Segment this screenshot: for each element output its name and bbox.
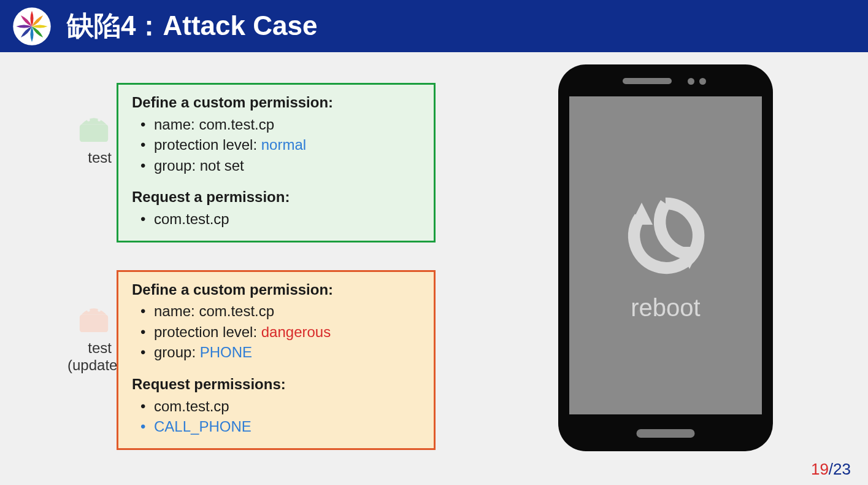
android-icon [76,114,112,144]
page-total: 23 [833,460,851,478]
phone-earpiece [623,78,672,84]
phone-frame: reboot [558,64,773,451]
request-item-1: com.test.cp [140,396,420,417]
slide-title: 缺陷4：Attack Case [67,8,317,44]
request-item: com.test.cp [140,209,420,230]
reboot-icon [620,190,712,282]
permission-box-updated: Define a custom permission: name: com.te… [117,270,436,450]
perm-group-row: group: not set [140,155,420,176]
app-block-updated: test (updated) Define a custom permissio… [67,270,497,450]
svg-point-2 [87,118,90,122]
app-label: test [67,83,117,166]
android-icon-faded [76,304,112,335]
phone-screen-text: reboot [631,294,700,322]
protection-normal: normal [261,136,306,153]
perm-protection-row-2: protection level: dangerous [140,322,420,343]
page-separator: / [829,460,833,478]
app-block-test: test Define a custom permission: name: c… [67,83,497,243]
request-heading: Request a permission: [132,187,420,208]
inforsec-logo [12,7,52,46]
page-counter: 19/23 [811,460,851,479]
svg-marker-7 [631,203,653,225]
permission-box-original: Define a custom permission: name: com.te… [117,83,436,243]
app-label-updated: test (updated) [67,270,117,374]
svg-point-3 [98,118,101,122]
svg-point-6 [98,309,101,312]
left-column: test Define a custom permission: name: c… [67,83,497,478]
define-heading: Define a custom permission: [132,92,420,113]
group-phone: PHONE [200,344,252,360]
phone-home-button [637,429,695,438]
svg-rect-4 [80,314,108,332]
request-heading-2: Request permissions: [132,374,420,395]
svg-rect-1 [80,124,108,142]
request-item-2: CALL_PHONE [140,416,420,437]
perm-name-row-2: name: com.test.cp [140,301,420,322]
slide-header: 缺陷4：Attack Case [0,0,868,52]
app-label-text-1: test [88,340,112,356]
perm-name-row: name: com.test.cp [140,114,420,135]
page-current: 19 [811,460,829,478]
define-heading-2: Define a custom permission: [132,279,420,300]
phone-illustration-wrap: reboot [558,64,773,451]
app-label-text: test [88,149,112,166]
phone-sensors [688,78,706,85]
protection-dangerous: dangerous [261,324,331,340]
perm-group-row-2: group: PHONE [140,342,420,363]
svg-point-5 [87,309,90,312]
perm-protection-row: protection level: normal [140,134,420,155]
phone-screen: reboot [569,96,762,414]
